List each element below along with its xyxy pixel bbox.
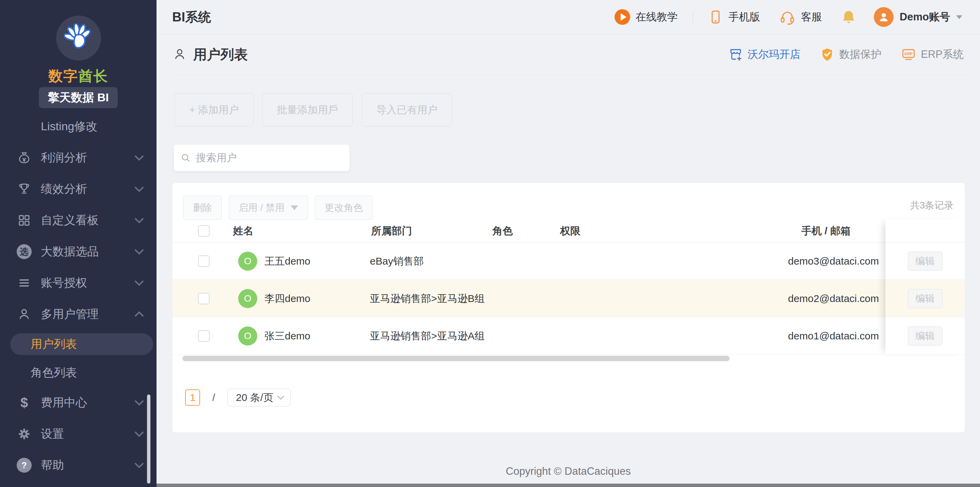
table-row[interactable]: O 王五demo eBay销售部 demo3@dataci.com [172, 243, 965, 280]
sidebar-subitem-role-list[interactable]: 角色列表 [0, 359, 156, 387]
chevron-down-icon [134, 400, 144, 406]
sidebar-item-listing[interactable]: Listing修改 [0, 111, 156, 142]
chevron-up-icon [134, 311, 144, 317]
sidebar-item-settings[interactable]: 设置 [0, 418, 156, 450]
column-header-role: 角色 [492, 219, 513, 243]
search-input[interactable] [196, 152, 343, 163]
sidebar-item-performance[interactable]: 绩效分析 [0, 173, 156, 205]
brand-name: 数字酋长 [0, 67, 156, 86]
erp-icon-text: ERP [905, 52, 913, 56]
window-scrollbar[interactable] [156, 484, 980, 487]
row-checkbox[interactable] [198, 293, 210, 305]
total-records: 共3条记录 [910, 199, 953, 212]
user-table-card: 删除 启用 / 禁用 更改角色 共3条记录 姓名 所属部门 角色 权限 手机 /… [172, 183, 965, 432]
phone-icon [708, 9, 723, 25]
sidebar-item-multi-user[interactable]: 多用户管理 [0, 298, 156, 330]
sidebar-item-product-selection[interactable]: 选 大数据选品 [0, 236, 156, 267]
add-user-button[interactable]: + 添加用户 [175, 93, 253, 127]
table-row[interactable]: O 李四demo 亚马逊销售部>亚马逊B组 demo2@dataci.com [172, 280, 965, 317]
column-header-contact: 手机 / 邮箱 [801, 219, 851, 243]
sidebar-subitem-label: 角色列表 [30, 365, 77, 381]
mobile-version-label: 手机版 [729, 10, 760, 24]
current-page-button[interactable]: 1 [185, 389, 200, 406]
edit-button[interactable]: 编辑 [908, 289, 943, 308]
walmart-open-store-link[interactable]: 沃尔玛开店 [729, 47, 800, 62]
user-avatar: O [238, 327, 257, 346]
selection-circle-icon: 选 [16, 244, 32, 260]
selection-glyph: 选 [17, 244, 32, 259]
enable-disable-dropdown[interactable]: 启用 / 禁用 [229, 195, 308, 220]
online-tutorial-link[interactable]: 在线教学 [614, 9, 678, 25]
app-root: 数字酋长 擎天数据 BI Listing修改 利润分析 [0, 0, 980, 487]
page-size-select[interactable]: 20 条/页 [227, 389, 291, 406]
grid-icon [16, 213, 32, 228]
page-actions: + 添加用户 批量添加用戶 导入已有用户 [175, 93, 461, 127]
dollar-icon: $ [16, 395, 32, 411]
select-all-checkbox[interactable] [198, 225, 210, 237]
app-title: BI系统 [172, 8, 211, 26]
edit-button[interactable]: 编辑 [908, 252, 943, 271]
mobile-version-link[interactable]: 手机版 [708, 9, 760, 25]
import-existing-user-button[interactable]: 导入已有用户 [362, 93, 452, 127]
row-checkbox[interactable] [198, 255, 210, 267]
sidebar-scrollbar[interactable] [147, 395, 150, 484]
horizontal-scrollbar[interactable] [182, 356, 730, 361]
sidebar-item-label: 利润分析 [41, 150, 134, 166]
sidebar-item-account-auth[interactable]: 账号授权 [0, 267, 156, 298]
batch-add-user-button[interactable]: 批量添加用戶 [262, 93, 353, 127]
topbar-right: 在线教学 手机版 [614, 7, 963, 27]
account-menu[interactable]: Demo账号 [874, 7, 963, 27]
footer-copyright: Copyright © DataCaciques [156, 465, 980, 477]
data-protection-label: 数据保护 [839, 47, 881, 62]
quick-links: 沃尔玛开店 数据保护 ERP [709, 47, 964, 62]
row-checkbox[interactable] [198, 330, 210, 342]
chevron-down-icon [134, 280, 144, 286]
fixed-action-column: 编辑 编辑 编辑 [885, 219, 965, 355]
sidebar-subitem-user-list[interactable]: 用户列表 [10, 333, 153, 355]
user-icon [16, 306, 32, 322]
delete-button[interactable]: 删除 [183, 195, 222, 220]
cell-name: 张三demo [264, 317, 310, 355]
chief-logo-icon [64, 24, 93, 53]
trophy-icon [16, 181, 32, 197]
page-size-value: 20 条/页 [236, 391, 273, 405]
chevron-down-icon [134, 155, 144, 161]
table-row[interactable]: O 张三demo 亚马逊销售部>亚马逊A组 demo1@dataci.com [172, 317, 965, 355]
sidebar-item-help[interactable]: ? 帮助 [0, 450, 156, 481]
notification-button[interactable] [841, 9, 856, 25]
customer-service-label: 客服 [801, 10, 822, 24]
fixed-column-cell: 编辑 [885, 243, 965, 280]
column-header-name: 姓名 [233, 219, 253, 243]
avatar [874, 7, 894, 27]
column-header-department: 所属部门 [371, 219, 412, 243]
page-title: 用户列表 [193, 45, 248, 64]
fixed-column-cell: 编辑 [885, 280, 965, 317]
brand-badge: 擎天数据 BI [39, 87, 118, 108]
sidebar-item-label: 账号授权 [41, 275, 134, 291]
erp-system-link[interactable]: ERP ERP系统 [901, 47, 964, 62]
chevron-down-icon [277, 395, 285, 400]
data-protection-link[interactable]: 数据保护 [820, 47, 881, 62]
topbar-divider [693, 11, 693, 24]
customer-service-link[interactable]: 客服 [779, 9, 822, 25]
chevron-down-icon [134, 249, 144, 255]
walmart-open-store-label: 沃尔玛开店 [748, 47, 800, 62]
change-role-button[interactable]: 更改角色 [315, 195, 372, 220]
edit-button[interactable]: 编辑 [908, 327, 943, 346]
sidebar: 数字酋长 擎天数据 BI Listing修改 利润分析 [0, 0, 156, 487]
sidebar-item-billing[interactable]: $ 费用中心 [0, 387, 156, 418]
enable-disable-label: 启用 / 禁用 [239, 201, 285, 214]
question-glyph: ? [17, 458, 32, 473]
user-avatar: O [238, 289, 257, 308]
sidebar-item-profit[interactable]: 利润分析 [0, 142, 156, 173]
topbar: BI系统 在线教学 手机版 [156, 0, 980, 34]
cell-department: 亚马逊销售部>亚马逊A组 [370, 317, 485, 355]
table-toolbar: 删除 启用 / 禁用 更改角色 [183, 195, 379, 220]
headset-icon [779, 9, 795, 25]
chief-logo [56, 16, 101, 60]
sidebar-item-dashboard[interactable]: 自定义看板 [0, 205, 156, 236]
list-lines-icon [16, 275, 32, 291]
chevron-down-icon [134, 217, 144, 224]
dollar-glyph: $ [21, 395, 28, 411]
avatar-person-icon [878, 11, 889, 23]
